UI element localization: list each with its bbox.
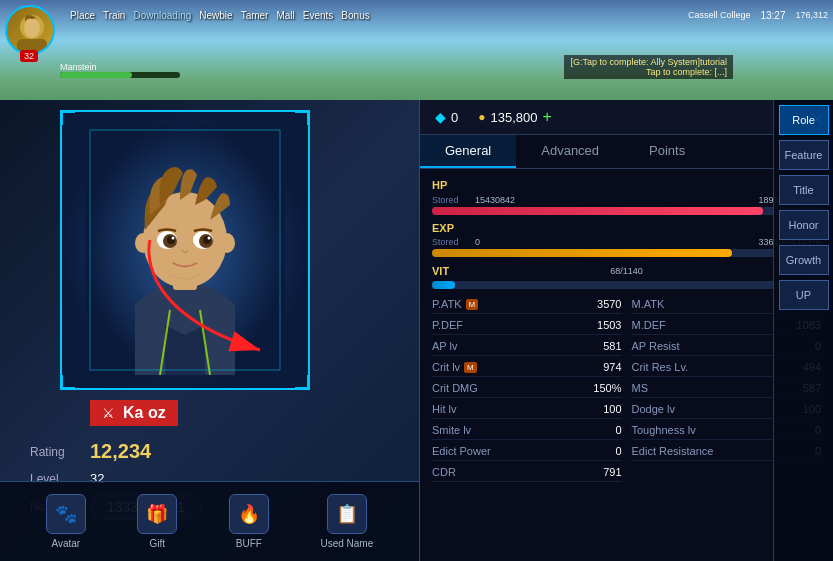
- nav-bonus[interactable]: Bonus: [341, 10, 369, 21]
- attr-name: MS: [632, 382, 649, 394]
- buff-icon: 🔥: [229, 494, 269, 534]
- sidebar-btn-growth[interactable]: Growth: [779, 245, 829, 275]
- nav-downloading[interactable]: Downloading: [133, 10, 191, 21]
- buff-label: BUFF: [236, 538, 262, 549]
- avatar-level: 32: [20, 50, 38, 62]
- gift-icon: 🎁: [137, 494, 177, 534]
- attr-name: Edict Resistance: [632, 445, 714, 457]
- attr-row: Smite lv0: [432, 421, 622, 440]
- top-hud: Place Train Downloading Newbie Tamer Mal…: [0, 0, 833, 30]
- attr-name: Crit Res Lv.: [632, 361, 689, 373]
- char-name-text: Ka oz: [123, 404, 166, 422]
- attr-name: M.ATK: [632, 298, 665, 310]
- attr-row: Edict Power0: [432, 442, 622, 461]
- attr-name: P.DEF: [432, 319, 463, 331]
- hp-row: HP 🛒 Stored 15430842 189501/219080: [432, 177, 821, 215]
- attr-row: Crit DMG150%: [432, 379, 622, 398]
- sword-icon: ⚔: [102, 405, 115, 421]
- nav-mall[interactable]: Mall: [276, 10, 294, 21]
- avatar-button[interactable]: 🐾 Avatar: [46, 494, 86, 549]
- attr-badge: M: [464, 362, 477, 373]
- attributes-grid: P.ATKM3570M.ATK1029P.DEF1503M.DEF1083AP …: [432, 295, 821, 482]
- attr-name: Edict Power: [432, 445, 491, 457]
- nav-newbie[interactable]: Newbie: [199, 10, 232, 21]
- used-name-label: Used Name: [320, 538, 373, 549]
- attr-name: Smite lv: [432, 424, 471, 436]
- attr-name: AP lv: [432, 340, 457, 352]
- nav-tamer[interactable]: Tamer: [241, 10, 269, 21]
- exp-stored: Stored 0 336107/433376: [432, 237, 821, 247]
- hp-progress-bar: [432, 207, 821, 215]
- vit-progress-bar: [432, 281, 821, 289]
- stats-content: HP 🛒 Stored 15430842 189501/219080 EXP 👁: [420, 169, 833, 525]
- college-display: Cassell College: [688, 10, 751, 20]
- tab-points[interactable]: Points: [624, 135, 710, 168]
- attr-name: Crit lvM: [432, 361, 477, 373]
- hp-stored: Stored 15430842 189501/219080: [432, 195, 821, 205]
- hp-header: HP 🛒: [432, 177, 821, 193]
- attr-value: 100: [603, 403, 621, 415]
- hp-progress-fill: [432, 207, 763, 215]
- gift-label: Gift: [150, 538, 166, 549]
- buff-button[interactable]: 🔥 BUFF: [229, 494, 269, 549]
- attr-name: CDR: [432, 466, 456, 478]
- stats-panel: ◆ 0 ● 135,800 + ✕ General Advanced Point…: [420, 100, 833, 561]
- exp-progress-fill: [432, 249, 732, 257]
- diamond-icon: ◆: [435, 109, 446, 125]
- attr-name: M.DEF: [632, 319, 666, 331]
- portrait-area: [50, 110, 320, 410]
- attr-row: CDR791: [432, 463, 622, 482]
- tab-general[interactable]: General: [420, 135, 516, 168]
- nav-train[interactable]: Train: [103, 10, 125, 21]
- attr-value: 581: [603, 340, 621, 352]
- char-panel: ⚔ Ka oz Rating 12,234 Level 32 No. 13338…: [0, 100, 420, 561]
- vit-progress-fill: [432, 281, 455, 289]
- hp-stored-value: 15430842: [475, 195, 515, 205]
- used-name-icon: 📋: [327, 494, 367, 534]
- exp-label: EXP: [432, 222, 454, 234]
- nav-events[interactable]: Events: [303, 10, 334, 21]
- nav-place[interactable]: Place: [70, 10, 95, 21]
- attr-name: P.ATKM: [432, 298, 478, 310]
- attr-name: Hit lv: [432, 403, 456, 415]
- svg-point-2: [24, 18, 40, 38]
- sidebar-btn-up[interactable]: UP: [779, 280, 829, 310]
- sidebar-btn-honor[interactable]: Honor: [779, 210, 829, 240]
- game-overlay: Place Train Downloading Newbie Tamer Mal…: [0, 0, 833, 100]
- attr-value: 974: [603, 361, 621, 373]
- sidebar-btn-role[interactable]: Role: [779, 105, 829, 135]
- vit-label: VIT: [432, 265, 449, 277]
- add-coin-button[interactable]: +: [542, 108, 551, 126]
- map-notification: [G:Tap to complete: Ally System]tutorial…: [564, 55, 733, 79]
- attr-row: P.ATKM3570: [432, 295, 622, 314]
- currency-bar: ◆ 0 ● 135,800 + ✕: [420, 100, 833, 135]
- exp-stored-label: Stored: [432, 237, 467, 247]
- used-name-button[interactable]: 📋 Used Name: [320, 494, 373, 549]
- hp-label: HP: [432, 179, 447, 191]
- right-sidebar: RoleFeatureTitleHonorGrowthUP: [773, 100, 833, 561]
- tab-bar: General Advanced Points: [420, 135, 833, 169]
- top-right-hud: Cassell College 13:27 176,312: [688, 10, 828, 21]
- exp-stored-value: 0: [475, 237, 480, 247]
- rating-label: Rating: [30, 445, 90, 459]
- attr-value: 0: [615, 424, 621, 436]
- tab-advanced[interactable]: Advanced: [516, 135, 624, 168]
- red-arrow: [130, 230, 310, 360]
- char-name-badge: ⚔ Ka oz: [90, 400, 178, 426]
- attr-name: Crit DMG: [432, 382, 478, 394]
- attr-row: Crit lvM974: [432, 358, 622, 377]
- attr-value: 0: [615, 445, 621, 457]
- sidebar-btn-feature[interactable]: Feature: [779, 140, 829, 170]
- attr-value: 3570: [597, 298, 621, 310]
- action-bar: 🐾 Avatar 🎁 Gift 🔥 BUFF 📋 Used Name: [0, 481, 419, 561]
- avatar[interactable]: [5, 5, 55, 55]
- rating-value: 12,234: [90, 440, 151, 463]
- time-display: 13:27: [760, 10, 785, 21]
- gift-button[interactable]: 🎁 Gift: [137, 494, 177, 549]
- attr-row: AP lv581: [432, 337, 622, 356]
- attr-name: Dodge lv: [632, 403, 675, 415]
- sidebar-btn-title[interactable]: Title: [779, 175, 829, 205]
- avatar-icon: 🐾: [46, 494, 86, 534]
- avatar-label: Avatar: [51, 538, 80, 549]
- char-hp-bar: [60, 72, 180, 78]
